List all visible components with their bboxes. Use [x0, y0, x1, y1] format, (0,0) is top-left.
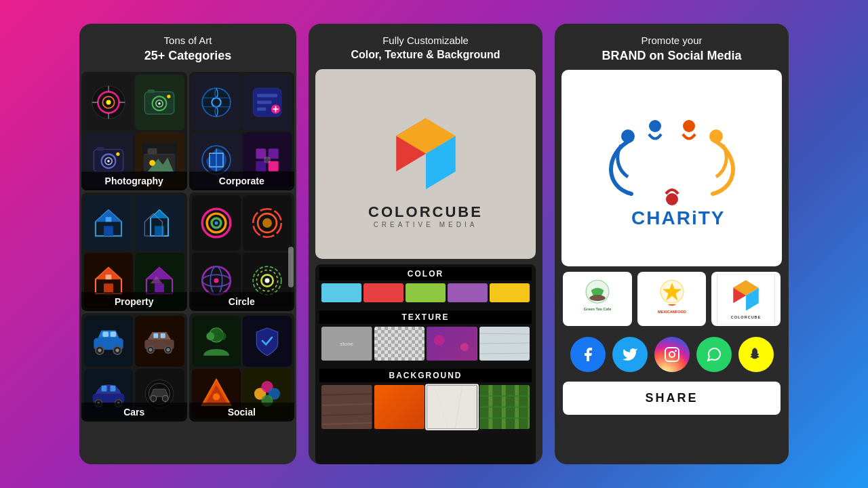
svg-rect-96 — [111, 386, 116, 392]
svg-text:stone: stone — [340, 341, 353, 347]
svg-point-44 — [264, 157, 271, 163]
svg-rect-119 — [374, 327, 425, 361]
share-button[interactable]: SHARE — [563, 382, 781, 415]
cars-icon-2 — [135, 316, 184, 367]
color-swatch-green[interactable] — [406, 283, 446, 302]
social-icon-1 — [192, 316, 241, 367]
svg-rect-127 — [321, 385, 372, 429]
svg-rect-134 — [427, 386, 477, 429]
category-photography[interactable]: Photography — [81, 72, 187, 190]
corporate-label: Corporate — [189, 171, 295, 190]
svg-point-154 — [590, 296, 606, 301]
bg-row — [319, 382, 532, 432]
svg-rect-41 — [269, 149, 279, 159]
photography-label: Photography — [81, 171, 187, 190]
bg-bamboo[interactable] — [479, 385, 530, 429]
preview-colorcube-mini[interactable]: COLORCUBE — [711, 272, 781, 326]
color-swatch-yellow[interactable] — [490, 283, 530, 302]
svg-point-102 — [206, 332, 214, 340]
svg-point-18 — [107, 160, 109, 162]
svg-rect-33 — [257, 108, 266, 111]
svg-point-104 — [212, 393, 219, 400]
prop-icon-1 — [84, 195, 133, 251]
preview-thumbs: Green Tea Cafe MEXICANFOOD COLORCUBE — [555, 266, 789, 331]
svg-rect-89 — [161, 333, 165, 338]
svg-text:Green Tea Cafe: Green Tea Cafe — [583, 307, 611, 311]
left-panel-header: Tons of Art 25+ Categories — [138, 24, 239, 70]
svg-point-12 — [159, 102, 161, 104]
svg-text:MEXICANFOOD: MEXICANFOOD — [657, 310, 686, 314]
svg-point-19 — [116, 152, 119, 156]
charity-svg: CHARiTY — [591, 99, 753, 235]
svg-rect-81 — [102, 332, 108, 338]
svg-rect-165 — [665, 348, 679, 361]
left-header-line1: Tons of Art — [144, 33, 232, 47]
category-cars[interactable]: Cars — [81, 313, 187, 422]
svg-point-13 — [167, 95, 171, 98]
whatsapp-button[interactable] — [696, 337, 732, 372]
circle-icon-2 — [243, 195, 292, 251]
photo-icon-1 — [84, 75, 133, 130]
color-section: COLOR — [315, 264, 536, 308]
svg-rect-120 — [427, 327, 477, 361]
left-header-line2: 25+ Categories — [144, 47, 232, 64]
bg-orange[interactable] — [374, 385, 425, 429]
bg-section-title: BACKGROUND — [319, 369, 532, 382]
preview-green-tea[interactable]: Green Tea Cafe — [563, 272, 632, 326]
svg-rect-40 — [256, 149, 266, 159]
cars-label: Cars — [81, 403, 187, 422]
svg-point-100 — [163, 396, 169, 402]
color-swatch-purple[interactable] — [448, 283, 488, 302]
charity-logo-display: CHARiTY — [561, 70, 782, 266]
svg-point-147 — [709, 129, 723, 143]
svg-rect-82 — [111, 332, 117, 338]
categories-grid: Photography — [79, 70, 296, 424]
svg-point-80 — [116, 349, 119, 352]
corp-icon-1 — [192, 75, 241, 130]
photo-icon-2 — [135, 75, 184, 130]
twitter-button[interactable] — [612, 337, 648, 372]
texture-stone[interactable]: stone — [321, 327, 372, 361]
svg-point-146 — [621, 129, 635, 143]
category-circle[interactable]: Circle — [189, 192, 295, 311]
texture-check[interactable] — [374, 327, 425, 361]
category-property[interactable]: Property — [81, 192, 187, 311]
texture-concrete[interactable] — [479, 327, 530, 361]
snapchat-button[interactable] — [738, 337, 774, 372]
color-swatch-cyan[interactable] — [321, 283, 361, 302]
svg-point-103 — [218, 332, 226, 340]
right-panel-header: Promote your BRAND on Social Media — [555, 24, 789, 70]
svg-rect-48 — [106, 218, 112, 222]
svg-point-87 — [167, 348, 170, 352]
svg-rect-88 — [154, 333, 159, 338]
logo-brand-name: COLORCUBE — [368, 203, 483, 221]
svg-point-78 — [98, 349, 102, 352]
svg-rect-31 — [257, 94, 277, 98]
middle-header-line2: Color, Texture & Background — [315, 47, 536, 62]
instagram-button[interactable] — [654, 337, 690, 372]
right-header-line2: BRAND on Social Media — [561, 47, 782, 64]
bg-wood[interactable] — [321, 385, 372, 429]
category-corporate[interactable]: Corporate — [189, 72, 295, 190]
right-panel: Promote your BRAND on Social Media — [555, 24, 789, 464]
color-swatch-red[interactable] — [363, 283, 403, 302]
facebook-button[interactable] — [570, 337, 606, 372]
svg-rect-32 — [257, 101, 272, 104]
svg-rect-9 — [148, 89, 155, 93]
categories-scroll[interactable]: Photography — [79, 70, 296, 464]
svg-rect-133 — [374, 385, 425, 429]
circle-label: Circle — [189, 292, 295, 311]
svg-point-150 — [666, 193, 678, 205]
svg-point-71 — [214, 279, 218, 283]
scrollbar[interactable] — [288, 247, 294, 287]
svg-rect-24 — [148, 148, 157, 155]
svg-marker-58 — [146, 268, 172, 279]
svg-text:COLORCUBE: COLORCUBE — [731, 314, 762, 319]
color-section-title: COLOR — [319, 267, 532, 281]
category-social[interactable]: Social — [189, 313, 295, 422]
svg-rect-43 — [269, 161, 279, 171]
svg-rect-15 — [97, 147, 104, 150]
preview-mexican-food[interactable]: MEXICANFOOD — [637, 272, 707, 326]
bg-white-crumple[interactable] — [425, 384, 478, 430]
texture-floral[interactable] — [427, 327, 477, 361]
